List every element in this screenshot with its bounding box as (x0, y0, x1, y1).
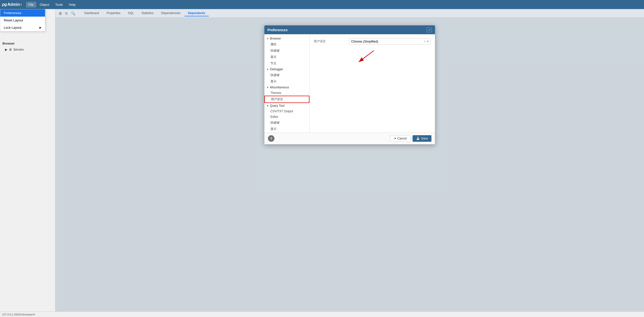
modal-header: Preferences ⤢ (264, 25, 435, 34)
debugger-section-label: Debugger (270, 67, 283, 71)
modal-footer: ? ✕ Cancel 💾 Save (264, 132, 435, 144)
copy-icon-button[interactable]: ⎘ (64, 11, 69, 16)
save-button[interactable]: 💾 Save (413, 135, 431, 142)
sidebar: Preferences Reset Layout Lock Layout ▶ B… (0, 9, 55, 317)
user-lang-value: Chinese (Simplified) × ▾ (349, 38, 431, 45)
pref-row-user-lang: 用户语言 Chinese (Simplified) × ▾ (314, 38, 431, 45)
statusbar: 127.0.0.1:55631/browser/# (0, 311, 644, 317)
misc-section-label: Miscellaneous (270, 86, 289, 89)
menu-item-preferences[interactable]: Preferences (0, 9, 45, 17)
tab-dependents[interactable]: Dependents (184, 10, 209, 16)
tree-section-query-tool[interactable]: ▼ Query Tool (264, 103, 309, 109)
file-menu-button[interactable]: File (26, 2, 36, 8)
servers-icon: 🖥 (9, 48, 12, 51)
brand-admin: Admin (8, 2, 20, 7)
tree-item-qt-display[interactable]: 显示 (264, 126, 309, 132)
tree-item-dbg-shortcuts[interactable]: 快捷键 (264, 72, 309, 78)
user-lang-clear-button[interactable]: × (423, 40, 427, 43)
menu-item-reset-layout[interactable]: Reset Layout (0, 17, 45, 24)
pref-content-panel: 用户语言 Chinese (Simplified) × ▾ (310, 34, 435, 132)
tree-item-csv-txt[interactable]: CSV/TXT Output (264, 109, 309, 114)
brand-pg: pg (2, 2, 7, 7)
query-tool-section-label: Query Tool (270, 104, 285, 108)
modal-expand-button[interactable]: ⤢ (427, 27, 432, 32)
tree-item-dbg-display[interactable]: 显示 (264, 78, 309, 85)
cancel-label: Cancel (397, 137, 407, 140)
cancel-button[interactable]: ✕ Cancel (390, 135, 411, 142)
save-label: Save (421, 137, 428, 140)
preferences-modal: Preferences ⤢ ▼ Browser 属性 (264, 25, 435, 145)
tab-dashboard[interactable]: Dashboard (81, 10, 103, 16)
file-dropdown-menu: Preferences Reset Layout Lock Layout ▶ (0, 9, 45, 31)
topbar: pgAdmin 4 File Object Tools Help (0, 0, 644, 9)
content-area: ⊞ ⎘ 🔍 Dashboard Properties SQL Statistic… (55, 9, 644, 317)
tree-section-misc[interactable]: ▼ Miscellaneous (264, 85, 309, 90)
user-lang-label: 用户语言 (314, 39, 349, 44)
page-content: Preferences ⤢ ▼ Browser 属性 (55, 18, 644, 317)
tab-dependencies[interactable]: Dependencies (157, 10, 184, 16)
tab-properties[interactable]: Properties (103, 10, 124, 16)
browser-caret: ▼ (266, 37, 269, 40)
tree-section-debugger[interactable]: ▼ Debugger (264, 66, 309, 72)
lock-layout-label: Lock Layout (4, 26, 21, 29)
tools-menu-button[interactable]: Tools (53, 2, 65, 8)
search-icon-button[interactable]: 🔍 (69, 11, 77, 16)
modal-body: ▼ Browser 属性 快捷键 显示 节点 ▼ Debugger (264, 34, 435, 132)
tree-item-nodes[interactable]: 节点 (264, 60, 309, 66)
footer-actions: ✕ Cancel 💾 Save (390, 135, 431, 142)
svg-line-1 (359, 51, 374, 62)
user-lang-dropdown-arrow: ▾ (427, 40, 429, 43)
tree-item-display[interactable]: 显示 (264, 54, 309, 60)
user-lang-select[interactable]: Chinese (Simplified) × ▾ (349, 38, 431, 45)
tab-sql[interactable]: SQL (124, 10, 137, 16)
cancel-icon: ✕ (394, 137, 396, 140)
user-lang-selected-value: Chinese (Simplified) (351, 40, 378, 43)
debugger-caret: ▼ (266, 68, 269, 71)
tree-item-editor[interactable]: Editor (264, 114, 309, 120)
pref-tree: ▼ Browser 属性 快捷键 显示 节点 ▼ Debugger (264, 34, 310, 132)
grid-icon-button[interactable]: ⊞ (57, 11, 63, 16)
save-icon: 💾 (416, 137, 420, 140)
tabs-bar: ⊞ ⎘ 🔍 Dashboard Properties SQL Statistic… (55, 9, 644, 18)
object-menu-button[interactable]: Object (37, 2, 52, 8)
browser-panel: Browser ▶ 🖥 Servers (0, 39, 55, 53)
help-button[interactable]: ? (268, 135, 274, 142)
tree-item-shortcuts[interactable]: 快捷键 (264, 48, 309, 54)
lock-layout-submenu-chevron: ▶ (39, 26, 42, 29)
browser-header: Browser (0, 40, 55, 47)
reset-layout-label: Reset Layout (4, 18, 23, 22)
preferences-label: Preferences (4, 11, 21, 15)
query-tool-caret: ▼ (266, 104, 269, 107)
servers-label: Servers (13, 48, 24, 51)
main-layout: Preferences Reset Layout Lock Layout ▶ B… (0, 9, 644, 317)
tree-item-qt-shortcuts[interactable]: 快捷键 (264, 120, 309, 126)
annotation-arrow (354, 48, 376, 66)
sidebar-item-servers[interactable]: ▶ 🖥 Servers (0, 47, 55, 52)
tree-section-browser[interactable]: ▼ Browser (264, 36, 309, 41)
browser-section-label: Browser (270, 37, 281, 40)
tab-statistics[interactable]: Statistics (138, 10, 157, 16)
menu-item-lock-layout[interactable]: Lock Layout ▶ (0, 24, 45, 31)
servers-expand-icon: ▶ (5, 48, 7, 51)
misc-caret: ▼ (266, 86, 269, 89)
tree-item-themes[interactable]: Themes (264, 90, 309, 96)
modal-title: Preferences (267, 28, 288, 32)
tree-item-user-lang[interactable]: 用户语言 (264, 96, 309, 103)
status-url: 127.0.0.1:55631/browser/# (2, 313, 35, 316)
app-brand: pgAdmin 4 (2, 2, 22, 7)
help-menu-button[interactable]: Help (66, 2, 78, 8)
modal-overlay: Preferences ⤢ ▼ Browser 属性 (55, 18, 644, 317)
tree-item-attrs[interactable]: 属性 (264, 41, 309, 48)
